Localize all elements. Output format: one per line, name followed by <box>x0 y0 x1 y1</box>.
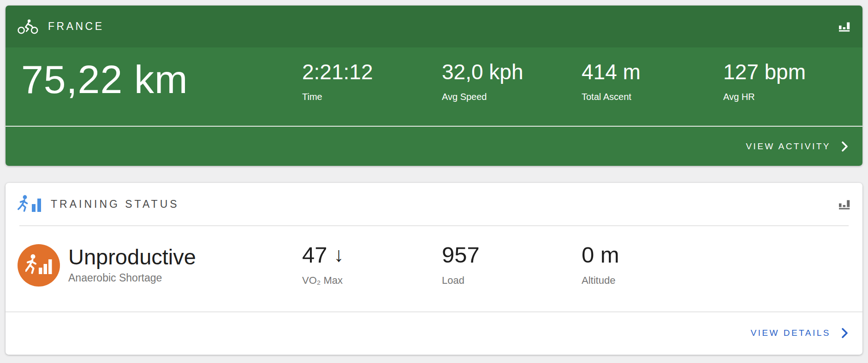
stat-load-label: Load <box>442 275 480 287</box>
stat-altitude: 0 m Altitude <box>582 244 619 287</box>
stat-total-ascent-label: Total Ascent <box>582 92 641 102</box>
view-details-link[interactable]: VIEW DETAILS <box>750 328 848 338</box>
bar-chart-icon[interactable] <box>839 199 850 210</box>
stat-total-ascent: 414 m Total Ascent <box>582 61 641 102</box>
stat-load: 957 Load <box>442 244 480 287</box>
stat-load-value: 957 <box>442 244 480 266</box>
stat-altitude-label: Altitude <box>582 275 619 287</box>
stat-vo2max: 47 ↓ VO₂ Max <box>302 244 344 287</box>
view-activity-link[interactable]: VIEW ACTIVITY <box>746 141 848 152</box>
stat-avg-speed: 32,0 kph Avg Speed <box>442 61 523 102</box>
stat-vo2max-label: VO₂ Max <box>302 275 344 287</box>
runner-chart-icon <box>18 195 44 213</box>
chevron-right-icon <box>842 328 848 338</box>
distance-value: 75,22 km <box>21 59 188 99</box>
activity-stats-section: 75,22 km 2:21:12 Time 32,0 kph Avg Speed… <box>6 47 862 126</box>
stat-time-value: 2:21:12 <box>302 61 373 82</box>
activity-card: FRANCE 75,22 km 2:21:12 Time 32,0 kph Av… <box>6 6 862 166</box>
training-status-section: Unproductive Anaerobic Shortage 47 ↓ VO₂… <box>6 226 862 311</box>
stat-altitude-value: 0 m <box>582 244 619 266</box>
training-status-title: TRAINING STATUS <box>51 198 179 211</box>
stat-avg-hr-value: 127 bpm <box>723 61 806 82</box>
training-status-badge <box>18 244 60 287</box>
stat-avg-speed-label: Avg Speed <box>442 92 523 102</box>
runner-chart-icon <box>25 254 52 277</box>
training-status-card: TRAINING STATUS <box>6 183 862 355</box>
stat-avg-hr: 127 bpm Avg HR <box>723 61 806 102</box>
activity-title: FRANCE <box>48 20 104 33</box>
stat-time: 2:21:12 Time <box>302 61 373 102</box>
activity-card-footer: VIEW ACTIVITY <box>6 127 862 166</box>
view-details-label: VIEW DETAILS <box>750 328 831 338</box>
training-status-text: Unproductive Anaerobic Shortage <box>68 246 196 284</box>
view-activity-label: VIEW ACTIVITY <box>746 141 831 152</box>
trend-down-arrow-icon: ↓ <box>334 244 344 266</box>
cycling-icon <box>18 19 39 34</box>
bar-chart-icon[interactable] <box>839 21 850 32</box>
stat-time-label: Time <box>302 92 373 102</box>
activity-card-header: FRANCE <box>6 6 862 47</box>
training-card-footer: VIEW DETAILS <box>6 312 862 353</box>
status-title: Unproductive <box>68 246 196 268</box>
stat-total-ascent-value: 414 m <box>582 61 641 82</box>
status-subtitle: Anaerobic Shortage <box>68 272 196 284</box>
training-card-header: TRAINING STATUS <box>6 183 862 225</box>
stat-avg-speed-value: 32,0 kph <box>442 61 523 82</box>
chevron-right-icon <box>842 141 848 152</box>
stat-vo2max-value: 47 <box>302 244 327 266</box>
stat-avg-hr-label: Avg HR <box>723 92 806 102</box>
